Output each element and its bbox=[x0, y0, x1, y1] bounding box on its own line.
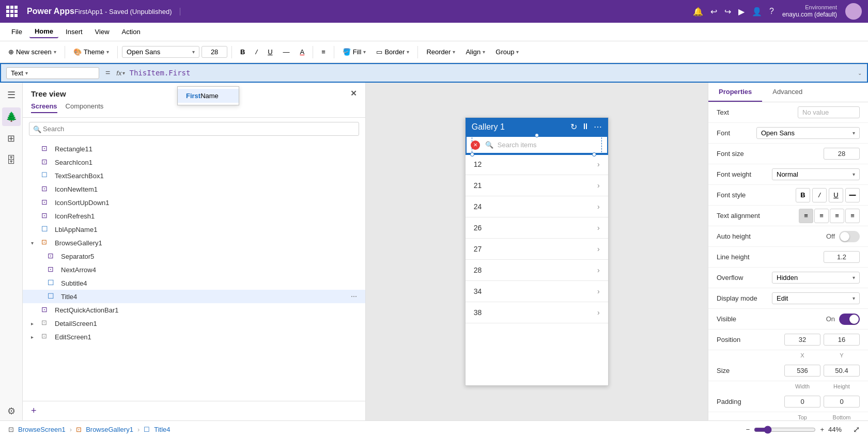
font-color-button[interactable]: A bbox=[296, 46, 309, 57]
help-icon[interactable]: ? bbox=[769, 7, 774, 16]
padding-top-input[interactable] bbox=[784, 396, 820, 408]
line-height-prop-input[interactable] bbox=[824, 251, 860, 263]
tree-item-textsearchbox1[interactable]: ☐ TextSearchBox1 bbox=[23, 169, 365, 182]
padding-bottom-input[interactable] bbox=[824, 396, 860, 408]
menu-view[interactable]: View bbox=[90, 26, 115, 38]
font-size-input[interactable]: 28 bbox=[202, 46, 227, 58]
undo-icon[interactable]: ↩ bbox=[710, 7, 717, 17]
list-item-26[interactable]: 26 › bbox=[466, 217, 608, 239]
zoom-out-icon[interactable]: − bbox=[746, 426, 750, 433]
tab-components[interactable]: Components bbox=[66, 102, 104, 113]
overflow-prop-dropdown[interactable]: Hidden ▾ bbox=[772, 272, 860, 284]
tab-advanced[interactable]: Advanced bbox=[762, 83, 813, 102]
list-item-27[interactable]: 27 › bbox=[466, 239, 608, 260]
font-weight-prop-dropdown[interactable]: Normal ▾ bbox=[772, 168, 860, 180]
align-right-btn[interactable]: ≡ bbox=[830, 209, 844, 223]
align-center-btn[interactable]: ≡ bbox=[814, 209, 829, 223]
tree-item-rectangle11[interactable]: ⊡ Rectangle11 bbox=[23, 142, 365, 155]
position-x-input[interactable] bbox=[784, 334, 820, 346]
list-item-21[interactable]: 21 › bbox=[466, 175, 608, 196]
underline-button[interactable]: U bbox=[264, 46, 276, 57]
font-selector[interactable]: Open Sans ▾ bbox=[122, 46, 199, 58]
search-bar[interactable]: ✕ 🔍 Search items bbox=[466, 136, 608, 154]
zoom-in-icon[interactable]: + bbox=[820, 426, 824, 433]
pause-icon[interactable]: ⏸ bbox=[581, 122, 590, 132]
tree-item-iconsortupdown1[interactable]: ⊡ IconSortUpDown1 bbox=[23, 196, 365, 209]
autocomplete-item-firstname[interactable]: FirstName bbox=[178, 89, 239, 103]
bold-style-btn[interactable]: B bbox=[796, 188, 810, 202]
tree-item-nextarrow4[interactable]: ⊡ NextArrow4 bbox=[23, 263, 365, 276]
tree-item-lblappname1[interactable]: ☐ LblAppName1 bbox=[23, 223, 365, 236]
visible-toggle[interactable] bbox=[839, 314, 860, 325]
hamburger-icon[interactable]: ☰ bbox=[2, 86, 21, 104]
font-prop-dropdown[interactable]: Open Sans ▾ bbox=[756, 127, 860, 139]
theme-button[interactable]: 🎨 Theme ▾ bbox=[69, 46, 113, 57]
tree-item-subtitle4[interactable]: ☐ Subtitle4 bbox=[23, 276, 365, 290]
search-input[interactable] bbox=[29, 122, 359, 136]
size-width-input[interactable] bbox=[784, 365, 820, 377]
refresh-icon[interactable]: ↻ bbox=[570, 122, 577, 132]
settings-icon[interactable]: ⚙ bbox=[2, 402, 21, 420]
fit-icon[interactable]: ⤢ bbox=[853, 425, 860, 434]
align-justify-btn[interactable]: ≡ bbox=[845, 209, 860, 223]
reorder-button[interactable]: Reorder ▾ bbox=[422, 46, 459, 57]
display-mode-prop-dropdown[interactable]: Edit ▾ bbox=[772, 292, 860, 304]
add-item-button[interactable]: + bbox=[31, 405, 37, 416]
italic-button[interactable]: / bbox=[252, 46, 262, 57]
property-dropdown[interactable]: Text ▾ bbox=[6, 67, 99, 79]
tree-view-icon[interactable]: 🌲 bbox=[2, 107, 21, 126]
tree-item-browsegallery1[interactable]: ▾ ⊡ BrowseGallery1 bbox=[23, 236, 365, 249]
tree-item-separator5[interactable]: ⊡ Separator5 bbox=[23, 249, 365, 263]
tree-item-searchicon1[interactable]: ⊡ SearchIcon1 bbox=[23, 155, 365, 169]
auto-height-toggle[interactable] bbox=[839, 231, 860, 242]
list-item-38[interactable]: 38 › bbox=[466, 302, 608, 323]
tree-item-title4[interactable]: ☐ Title4 ⋯ bbox=[23, 290, 365, 303]
user-avatar[interactable] bbox=[845, 3, 862, 20]
menu-insert[interactable]: Insert bbox=[60, 26, 88, 38]
italic-style-btn[interactable]: / bbox=[812, 188, 827, 202]
more-icon[interactable]: ⋯ bbox=[594, 122, 602, 132]
notifications-icon[interactable]: 🔔 bbox=[693, 7, 703, 17]
fx-button[interactable]: fx ▾ bbox=[116, 69, 125, 77]
breadcrumb-title4[interactable]: Title4 bbox=[154, 426, 170, 433]
breadcrumb-screen[interactable]: BrowseScreen1 bbox=[18, 426, 66, 433]
formula-input[interactable] bbox=[129, 69, 854, 77]
tree-item-iconnewitem1[interactable]: ⊡ IconNewItem1 bbox=[23, 182, 365, 196]
menu-file[interactable]: File bbox=[6, 26, 27, 38]
breadcrumb-gallery[interactable]: BrowseGallery1 bbox=[86, 426, 133, 433]
strikethrough-button[interactable]: — bbox=[279, 46, 294, 57]
close-icon[interactable]: ✕ bbox=[350, 89, 357, 98]
menu-action[interactable]: Action bbox=[117, 26, 146, 38]
strikethrough-style-btn[interactable]: — bbox=[845, 188, 860, 202]
underline-style-btn[interactable]: U bbox=[829, 188, 843, 202]
font-size-prop-input[interactable] bbox=[824, 148, 860, 160]
list-item-34[interactable]: 34 › bbox=[466, 281, 608, 302]
tree-item-detailscreen1[interactable]: ▸ ⊡ DetailScreen1 bbox=[23, 317, 365, 330]
align-left-btn[interactable]: ≡ bbox=[799, 209, 813, 223]
position-y-input[interactable] bbox=[824, 334, 860, 346]
border-button[interactable]: ▭ Border ▾ bbox=[372, 46, 413, 57]
tree-item-rectquickactionbar1[interactable]: ⊡ RectQuickActionBar1 bbox=[23, 303, 365, 317]
list-item-28[interactable]: 28 › bbox=[466, 260, 608, 281]
fill-button[interactable]: 🪣 Fill ▾ bbox=[338, 46, 370, 57]
waffle-icon[interactable] bbox=[6, 6, 18, 17]
tree-item-iconrefresh1[interactable]: ⊡ IconRefresh1 bbox=[23, 209, 365, 223]
delete-button[interactable]: ✕ bbox=[471, 140, 480, 150]
user-icon[interactable]: 👤 bbox=[752, 7, 762, 17]
group-button[interactable]: Group ▾ bbox=[491, 46, 523, 57]
size-height-input[interactable] bbox=[824, 365, 860, 377]
preview-icon[interactable]: ▶ bbox=[738, 7, 745, 17]
bold-button[interactable]: B bbox=[236, 46, 249, 57]
text-prop-input[interactable] bbox=[798, 106, 860, 118]
tab-properties[interactable]: Properties bbox=[708, 83, 762, 102]
title4-menu[interactable]: ⋯ bbox=[351, 293, 357, 300]
menu-home[interactable]: Home bbox=[29, 25, 58, 38]
tab-screens[interactable]: Screens bbox=[31, 102, 57, 113]
list-item-12[interactable]: 12 › bbox=[466, 154, 608, 175]
redo-icon[interactable]: ↪ bbox=[724, 7, 731, 17]
align-button[interactable]: ≡ bbox=[317, 46, 330, 57]
new-screen-button[interactable]: ⊕ New screen ▾ bbox=[4, 46, 60, 57]
list-item-24[interactable]: 24 › bbox=[466, 196, 608, 217]
align-pos-button[interactable]: Align ▾ bbox=[461, 46, 489, 57]
tree-item-editscreen1[interactable]: ▸ ⊡ EditScreen1 bbox=[23, 330, 365, 343]
